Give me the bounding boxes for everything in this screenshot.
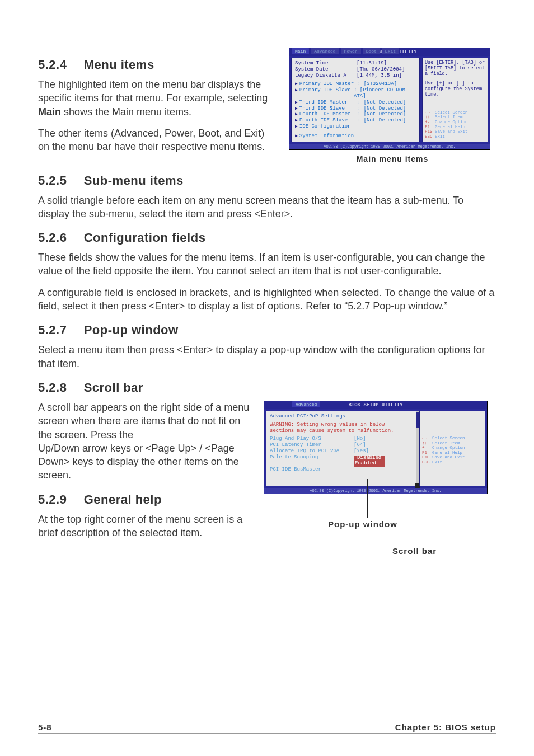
bios2-main-panel: Advanced PCI/PnP Settings WARNING: Setti…	[266, 411, 417, 486]
bios2-lat-v: [64]	[354, 442, 366, 448]
heading-529: 5.2.9 General help	[38, 492, 252, 507]
para-528-2: Up/Down arrow keys or <Page Up> / <Page …	[38, 442, 252, 482]
bios1-sysdate-k: System Date	[295, 67, 357, 73]
para-526-2: A configurable field is enclosed in brac…	[38, 286, 496, 313]
nav-val: Select Screen	[435, 110, 468, 115]
bios2-opt-enabled: Enabled	[355, 461, 383, 467]
heading-526-num: 5.2.6	[38, 231, 80, 245]
bios1-tab-boot: Boot	[363, 48, 380, 54]
label-scroll-bar: Scroll bar	[392, 546, 437, 556]
nav-val: Save and Exit	[432, 455, 465, 459]
bios1-tabs: Main Advanced Power Boot Exit	[292, 48, 399, 54]
bios2-tab-adv: Advanced	[292, 401, 320, 407]
triangle-icon: ▶	[295, 118, 298, 124]
triangle-icon: ▶	[295, 124, 298, 130]
heading-524-title: Menu items	[84, 58, 154, 72]
bios1-main-panel: System Time[11:51:19] System Date[Thu 06…	[291, 58, 420, 142]
bios1-nav: ←→Select Screen ↑↓Select Item +-Change O…	[425, 110, 485, 139]
bios1-tab-power: Power	[341, 48, 361, 54]
heading-529-title: General help	[84, 492, 162, 506]
nav-key: ←→	[422, 436, 432, 441]
para-524-1c: shows the Main menu items.	[61, 106, 191, 118]
bios1-footer: v02.80 (C)Copyright 1985-2003, American …	[289, 144, 490, 149]
bios1-pides-k: Primary IDE Slave	[299, 87, 354, 100]
heading-524: 5.2.4 Menu items	[38, 58, 278, 72]
para-526-1: These fields show the values for the men…	[38, 251, 496, 278]
bios1-systime-k: System Time	[295, 60, 357, 67]
nav-key: F1	[422, 450, 432, 456]
nav-val: Exit	[435, 134, 445, 139]
bios1-tab-adv: Advanced	[311, 48, 339, 54]
bios2-popup-window: Disabled Enabled	[354, 456, 385, 467]
bios1-legacy-k: Legacy Diskette A	[295, 73, 357, 79]
bios2-footer: v02.80 (C)Copyright 1985-2003, American …	[264, 488, 487, 494]
bios2-irq-v: [Yes]	[354, 448, 369, 454]
bios1-fides-k: Fourth IDE Slave	[299, 118, 358, 124]
nav-key: ↑↓	[422, 441, 432, 446]
heading-526-title: Configuration fields	[84, 231, 206, 245]
nav-key: +-	[422, 445, 432, 450]
triangle-icon: ▶	[295, 87, 298, 100]
triangle-icon: ▶	[295, 106, 298, 112]
page-footer: 5-8 Chapter 5: BIOS setup	[38, 722, 496, 734]
bios1-fides-v: : [Not Detected]	[358, 118, 406, 124]
para-528-1: A scroll bar appears on the right side o…	[38, 401, 252, 442]
para-524-1a: The highlighted item on the menu bar dis…	[38, 79, 268, 104]
nav-val: General Help	[435, 125, 465, 129]
page-number: 5-8	[38, 722, 52, 732]
nav-val: Select Screen	[432, 436, 465, 440]
bios2-title: Advanced PCI/PnP Settings	[270, 414, 411, 420]
nav-key: F10	[422, 455, 432, 460]
nav-key: +-	[425, 120, 435, 125]
nav-val: Change Option	[435, 120, 468, 124]
heading-529-num: 5.2.9	[38, 492, 80, 507]
heading-527-num: 5.2.7	[38, 323, 80, 337]
heading-527: 5.2.7 Pop-up window	[38, 323, 496, 337]
para-525-1: A solid triangle before each item on any…	[38, 194, 496, 221]
bios-main-menu-screenshot: BIOS SETUP UTILITY Main Advanced Power B…	[289, 48, 490, 150]
nav-val: General Help	[432, 450, 462, 455]
nav-val: Select Item	[435, 115, 463, 119]
bios1-help-panel: Use [ENTER], [TAB] or [SHIFT-TAB] to sel…	[422, 58, 488, 142]
bios1-tidem-v: : [Not Detected]	[358, 100, 406, 106]
bios1-header: BIOS SETUP UTILITY Main Advanced Power B…	[289, 48, 490, 56]
pointer-line-popup	[367, 479, 368, 518]
bios1-tides-v: : [Not Detected]	[358, 106, 406, 112]
heading-525-title: Sub-menu items	[84, 173, 184, 187]
bios2-bus-k: PCI IDE BusMaster	[270, 467, 354, 473]
heading-525: 5.2.5 Sub-menu items	[38, 173, 496, 188]
heading-527-title: Pop-up window	[84, 323, 179, 337]
bios1-caption: Main menu items	[289, 154, 496, 163]
bios2-irq-k: Allocate IRQ to PCI VGA	[270, 448, 354, 454]
nav-val: Change Option	[432, 445, 465, 450]
nav-key: ←→	[425, 110, 435, 115]
bios2-header: BIOS SETUP UTILITY Advanced	[264, 401, 487, 409]
bios2-pnp-k: Plug And Play O/S	[270, 436, 354, 442]
nav-val: Exit	[432, 460, 442, 464]
chapter-title: Chapter 5: BIOS setup	[395, 722, 496, 732]
bios2-tabs: Advanced	[292, 401, 320, 407]
heading-526: 5.2.6 Configuration fields	[38, 231, 496, 245]
bios1-pides-v: : [Pioneer CD-ROM ATA]	[354, 87, 416, 100]
para-524-1b: Main	[38, 106, 61, 118]
bios1-sysinfo: System Information	[299, 133, 354, 139]
heading-524-num: 5.2.4	[38, 58, 80, 72]
bios2-warning: WARNING: Setting wrong values in below s…	[270, 422, 411, 434]
triangle-icon: ▶	[295, 111, 298, 118]
bios1-fidem-v: : [Not Detected]	[358, 111, 406, 118]
bios1-tides-k: Third IDE Slave	[299, 106, 358, 112]
nav-key: ↑↓	[425, 115, 435, 120]
nav-val: Save and Exit	[435, 129, 468, 134]
bios1-pidem-v: : [ST320413A]	[358, 81, 397, 87]
para-527-1: Select a menu item then press <Enter> to…	[38, 343, 496, 370]
nav-key: ESC	[425, 134, 435, 139]
bios1-legacy-v: [1.44M, 3.5 in]	[357, 73, 402, 79]
nav-val: Select Item	[432, 441, 460, 445]
nav-key: ESC	[422, 460, 432, 465]
nav-key: F1	[425, 125, 435, 130]
bios1-tab-exit: Exit	[382, 48, 399, 54]
para-529-1: At the top right corner of the menu scre…	[38, 513, 252, 540]
para-524-1: The highlighted item on the menu bar dis…	[38, 78, 278, 119]
triangle-icon: ▶	[295, 133, 298, 138]
triangle-icon: ▶	[295, 81, 298, 87]
